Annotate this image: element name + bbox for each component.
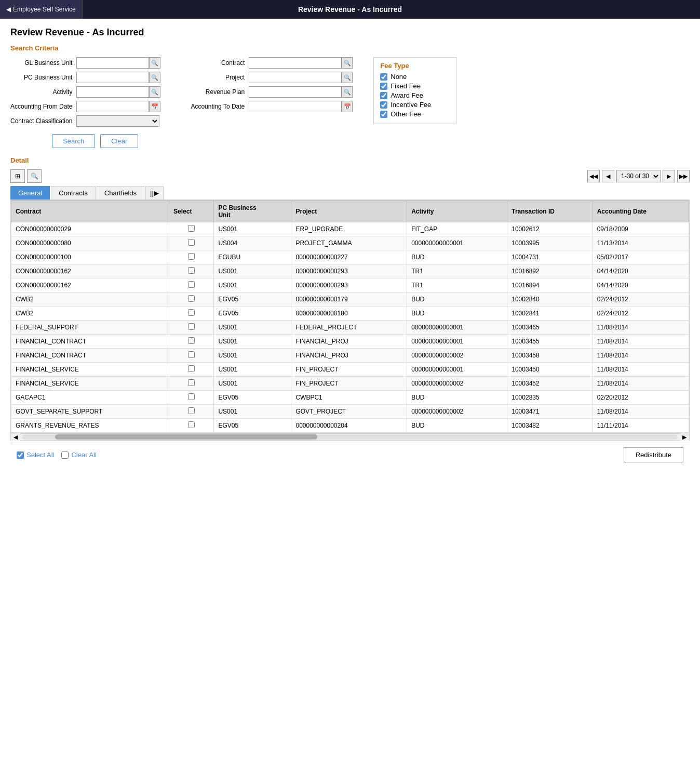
row-select-checkbox[interactable] [188,337,195,344]
fee-fixed-checkbox[interactable] [380,83,387,90]
row-select-checkbox[interactable] [188,239,195,246]
rev-plan-wrap: 🔍 [249,86,353,98]
fee-incentive-checkbox[interactable] [380,101,387,109]
contract-input[interactable] [249,57,342,69]
cell-select [169,307,214,321]
row-select-checkbox[interactable] [188,365,195,372]
rev-plan-input[interactable] [249,86,342,98]
search-btn-row: Search Clear [52,134,690,148]
detail-toolbar: ⊞ 🔍 ◀◀ ◀ 1-30 of 30 ▶ ▶▶ [10,169,690,183]
row-select-checkbox[interactable] [188,253,195,260]
back-button[interactable]: ◀ Employee Self Service [0,0,83,19]
cell-select [169,377,214,391]
cell-activity: BUD [407,307,507,321]
cell-pcbu: US001 [214,377,291,391]
cell-activity: BUD [407,293,507,307]
row-select-checkbox[interactable] [188,323,195,330]
scroll-right-btn[interactable]: ▶ [680,433,689,441]
search-button[interactable]: Search [52,134,95,148]
acct-from-cal-btn[interactable]: 📅 [149,101,160,112]
row-select-checkbox[interactable] [188,379,195,386]
cell-project: FINANCIAL_PROJ [291,335,407,349]
cell-contract: FINANCIAL_SERVICE [11,363,169,377]
fee-type-box: Fee Type None Fixed Fee Award Fee Incent… [373,57,456,124]
cell-select [169,335,214,349]
row-select-checkbox[interactable] [188,295,195,302]
cell-acctdate: 11/08/2014 [593,377,689,391]
cell-txnid: 10003450 [507,363,593,377]
row-select-checkbox[interactable] [188,351,195,358]
select-all-checkbox[interactable] [17,451,24,459]
cell-txnid: 10003452 [507,377,593,391]
cell-select [169,236,214,250]
cell-acctdate: 11/08/2014 [593,349,689,363]
page-select[interactable]: 1-30 of 30 [616,170,661,182]
cell-pcbu: US001 [214,278,291,293]
cell-acctdate: 11/08/2014 [593,363,689,377]
gl-bu-search-btn[interactable]: 🔍 [149,57,160,69]
project-search-btn[interactable]: 🔍 [342,72,353,83]
acct-from-wrap: 📅 [76,101,170,112]
horizontal-scrollbar[interactable]: ◀ ▶ [10,433,690,441]
contract-class-label: Contract Classification [10,117,72,125]
row-select-checkbox[interactable] [188,393,195,400]
tab-chartfields[interactable]: Chartfields [97,186,144,200]
nav-last-btn[interactable]: ▶▶ [677,170,690,182]
cell-txnid: 10002612 [507,222,593,236]
row-select-checkbox[interactable] [188,225,195,232]
cell-activity: BUD [407,419,507,433]
select-all-button[interactable]: Select All [17,451,54,459]
activity-label: Activity [10,88,72,96]
nav-next-btn[interactable]: ▶ [663,170,675,182]
contract-wrap: 🔍 [249,57,353,69]
contract-class-select[interactable] [76,115,159,127]
cell-select [169,321,214,335]
row-select-checkbox[interactable] [188,309,195,316]
tab-expand-icon[interactable]: ||▶ [145,186,164,200]
gl-bu-input[interactable] [76,57,149,69]
tab-contracts[interactable]: Contracts [51,186,96,200]
cell-select [169,264,214,278]
col-acctdate: Accounting Date [593,201,689,222]
clear-all-button[interactable]: Clear All [61,451,96,459]
scroll-left-btn[interactable]: ◀ [11,433,20,441]
cell-pcbu: US001 [214,264,291,278]
fee-fixed: Fixed Fee [380,82,450,90]
activity-search-btn[interactable]: 🔍 [149,86,160,98]
clear-button[interactable]: Clear [100,134,138,148]
fee-award-checkbox[interactable] [380,92,387,99]
pc-bu-input[interactable] [76,72,149,83]
search-criteria-title: Search Criteria [10,44,690,52]
col-pcbu: PC BusinessUnit [214,201,291,222]
redistribute-button[interactable]: Redistribute [624,447,683,462]
row-select-checkbox[interactable] [188,267,195,274]
tab-general[interactable]: General [10,186,50,200]
cell-txnid: 10002841 [507,307,593,321]
pc-bu-search-btn[interactable]: 🔍 [149,72,160,83]
table-header-row: Contract Select PC BusinessUnit Project … [11,201,689,222]
criteria-left: GL Business Unit 🔍 PC Business Unit 🔍 Ac… [10,57,170,127]
acct-from-input[interactable] [76,101,149,112]
acct-to-cal-btn[interactable]: 📅 [342,101,353,112]
contract-search-btn[interactable]: 🔍 [342,57,353,69]
nav-prev-btn[interactable]: ◀ [602,170,614,182]
fee-none-checkbox[interactable] [380,73,387,81]
project-input[interactable] [249,72,342,83]
row-select-checkbox[interactable] [188,421,195,428]
row-select-checkbox[interactable] [188,407,195,414]
criteria-middle: Contract 🔍 Project 🔍 Revenue Plan 🔍 Acco… [191,57,353,112]
activity-input[interactable] [76,86,149,98]
cell-pcbu: US004 [214,236,291,250]
cell-pcbu: US001 [214,363,291,377]
row-select-checkbox[interactable] [188,281,195,288]
nav-first-btn[interactable]: ◀◀ [587,170,600,182]
detail-section: Detail ⊞ 🔍 ◀◀ ◀ 1-30 of 30 ▶ ▶▶ General … [10,156,690,441]
rev-plan-search-btn[interactable]: 🔍 [342,86,353,98]
grid-view-btn[interactable]: ⊞ [10,169,25,183]
table-row: CON000000000100 EGUBU 000000000000227 BU… [11,250,689,264]
acct-to-input[interactable] [249,101,342,112]
search-rows-btn[interactable]: 🔍 [27,169,42,183]
fee-other-checkbox[interactable] [380,111,387,118]
clear-all-checkbox[interactable] [61,451,69,459]
cell-contract: CON000000000100 [11,250,169,264]
